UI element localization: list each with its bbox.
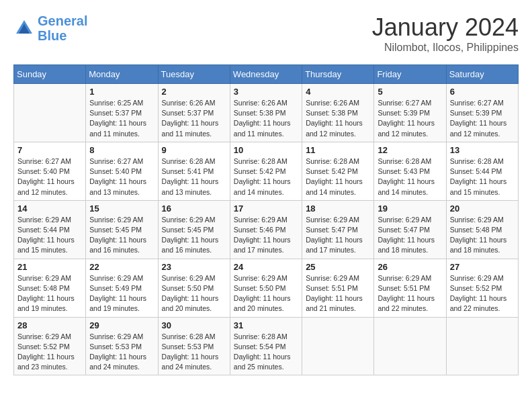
day-number: 26 — [378, 262, 442, 272]
day-info: Sunrise: 6:28 AMSunset: 5:41 PMDaylight:… — [162, 156, 226, 197]
calendar-cell: 28Sunrise: 6:29 AMSunset: 5:52 PMDayligh… — [14, 317, 86, 375]
day-number: 24 — [234, 262, 298, 272]
day-number: 27 — [450, 262, 515, 272]
calendar-cell: 7Sunrise: 6:27 AMSunset: 5:40 PMDaylight… — [14, 142, 86, 200]
day-info: Sunrise: 6:26 AMSunset: 5:38 PMDaylight:… — [234, 98, 298, 139]
location: Nilombot, Ilocos, Philippines — [372, 42, 519, 54]
day-number: 20 — [450, 203, 515, 214]
calendar-cell: 25Sunrise: 6:29 AMSunset: 5:51 PMDayligh… — [302, 259, 374, 317]
calendar-cell: 14Sunrise: 6:29 AMSunset: 5:44 PMDayligh… — [14, 200, 86, 259]
day-info: Sunrise: 6:29 AMSunset: 5:48 PMDaylight:… — [17, 273, 82, 314]
column-header-friday: Friday — [374, 65, 446, 84]
day-info: Sunrise: 6:27 AMSunset: 5:40 PMDaylight:… — [89, 156, 154, 197]
day-info: Sunrise: 6:28 AMSunset: 5:42 PMDaylight:… — [234, 156, 298, 197]
calendar-cell: 1Sunrise: 6:25 AMSunset: 5:37 PMDaylight… — [86, 84, 158, 142]
calendar-cell: 2Sunrise: 6:26 AMSunset: 5:37 PMDaylight… — [158, 84, 230, 142]
column-header-sunday: Sunday — [14, 65, 86, 84]
day-info: Sunrise: 6:29 AMSunset: 5:45 PMDaylight:… — [89, 215, 154, 256]
day-info: Sunrise: 6:29 AMSunset: 5:52 PMDaylight:… — [450, 273, 515, 314]
day-number: 1 — [89, 87, 154, 97]
day-number: 18 — [306, 203, 370, 214]
day-number: 5 — [378, 87, 442, 97]
calendar-cell: 9Sunrise: 6:28 AMSunset: 5:41 PMDaylight… — [158, 142, 230, 200]
day-number: 10 — [234, 145, 298, 155]
calendar-cell: 31Sunrise: 6:28 AMSunset: 5:54 PMDayligh… — [230, 317, 302, 375]
day-number: 2 — [162, 87, 226, 97]
logo-icon — [13, 17, 35, 39]
day-info: Sunrise: 6:29 AMSunset: 5:47 PMDaylight:… — [378, 215, 442, 256]
calendar-header-row: SundayMondayTuesdayWednesdayThursdayFrid… — [14, 65, 519, 84]
day-info: Sunrise: 6:29 AMSunset: 5:51 PMDaylight:… — [378, 273, 442, 314]
day-number: 19 — [378, 203, 442, 214]
day-number: 13 — [450, 145, 515, 155]
day-number: 14 — [17, 203, 82, 214]
calendar-week-row: 28Sunrise: 6:29 AMSunset: 5:52 PMDayligh… — [14, 317, 519, 375]
column-header-monday: Monday — [86, 65, 158, 84]
calendar-cell: 27Sunrise: 6:29 AMSunset: 5:52 PMDayligh… — [446, 259, 518, 317]
calendar-cell: 15Sunrise: 6:29 AMSunset: 5:45 PMDayligh… — [86, 200, 158, 259]
day-number: 8 — [89, 145, 154, 155]
day-number: 16 — [162, 203, 226, 214]
day-info: Sunrise: 6:29 AMSunset: 5:51 PMDaylight:… — [306, 273, 370, 314]
day-info: Sunrise: 6:29 AMSunset: 5:49 PMDaylight:… — [89, 273, 154, 314]
day-number: 30 — [162, 320, 226, 330]
calendar-cell: 17Sunrise: 6:29 AMSunset: 5:46 PMDayligh… — [230, 200, 302, 259]
logo-text: General Blue — [38, 13, 87, 43]
day-number: 21 — [17, 262, 82, 272]
logo: General Blue — [13, 13, 87, 43]
day-number: 4 — [306, 87, 370, 97]
day-info: Sunrise: 6:29 AMSunset: 5:50 PMDaylight:… — [162, 273, 226, 314]
day-info: Sunrise: 6:28 AMSunset: 5:43 PMDaylight:… — [378, 156, 442, 197]
calendar-cell: 11Sunrise: 6:28 AMSunset: 5:42 PMDayligh… — [302, 142, 374, 200]
calendar-cell — [302, 317, 374, 375]
day-info: Sunrise: 6:25 AMSunset: 5:37 PMDaylight:… — [89, 98, 154, 139]
calendar-cell: 23Sunrise: 6:29 AMSunset: 5:50 PMDayligh… — [158, 259, 230, 317]
calendar-week-row: 21Sunrise: 6:29 AMSunset: 5:48 PMDayligh… — [14, 259, 519, 317]
day-info: Sunrise: 6:28 AMSunset: 5:44 PMDaylight:… — [450, 156, 515, 197]
day-info: Sunrise: 6:29 AMSunset: 5:47 PMDaylight:… — [306, 215, 370, 256]
month-title: January 2024 — [372, 13, 519, 42]
day-number: 15 — [89, 203, 154, 214]
calendar-cell: 8Sunrise: 6:27 AMSunset: 5:40 PMDaylight… — [86, 142, 158, 200]
calendar-cell: 3Sunrise: 6:26 AMSunset: 5:38 PMDaylight… — [230, 84, 302, 142]
day-number: 28 — [17, 320, 82, 330]
calendar-cell: 24Sunrise: 6:29 AMSunset: 5:50 PMDayligh… — [230, 259, 302, 317]
day-info: Sunrise: 6:29 AMSunset: 5:50 PMDaylight:… — [234, 273, 298, 314]
calendar-cell: 4Sunrise: 6:26 AMSunset: 5:38 PMDaylight… — [302, 84, 374, 142]
day-number: 11 — [306, 145, 370, 155]
day-info: Sunrise: 6:29 AMSunset: 5:53 PMDaylight:… — [89, 332, 154, 373]
calendar-week-row: 1Sunrise: 6:25 AMSunset: 5:37 PMDaylight… — [14, 84, 519, 142]
calendar-cell: 30Sunrise: 6:28 AMSunset: 5:53 PMDayligh… — [158, 317, 230, 375]
day-info: Sunrise: 6:29 AMSunset: 5:48 PMDaylight:… — [450, 215, 515, 256]
day-info: Sunrise: 6:27 AMSunset: 5:39 PMDaylight:… — [450, 98, 515, 139]
day-info: Sunrise: 6:26 AMSunset: 5:37 PMDaylight:… — [162, 98, 226, 139]
calendar-table: SundayMondayTuesdayWednesdayThursdayFrid… — [13, 64, 519, 375]
day-number: 6 — [450, 87, 515, 97]
day-info: Sunrise: 6:26 AMSunset: 5:38 PMDaylight:… — [306, 98, 370, 139]
calendar-cell: 10Sunrise: 6:28 AMSunset: 5:42 PMDayligh… — [230, 142, 302, 200]
page-header: General Blue January 2024 Nilombot, Iloc… — [13, 13, 519, 54]
calendar-cell: 26Sunrise: 6:29 AMSunset: 5:51 PMDayligh… — [374, 259, 446, 317]
calendar-cell: 5Sunrise: 6:27 AMSunset: 5:39 PMDaylight… — [374, 84, 446, 142]
day-info: Sunrise: 6:29 AMSunset: 5:44 PMDaylight:… — [17, 215, 82, 256]
title-block: January 2024 Nilombot, Ilocos, Philippin… — [372, 13, 519, 54]
day-number: 12 — [378, 145, 442, 155]
calendar-cell: 16Sunrise: 6:29 AMSunset: 5:45 PMDayligh… — [158, 200, 230, 259]
column-header-saturday: Saturday — [446, 65, 518, 84]
day-number: 25 — [306, 262, 370, 272]
day-info: Sunrise: 6:27 AMSunset: 5:39 PMDaylight:… — [378, 98, 442, 139]
day-number: 3 — [234, 87, 298, 97]
calendar-cell: 18Sunrise: 6:29 AMSunset: 5:47 PMDayligh… — [302, 200, 374, 259]
day-number: 23 — [162, 262, 226, 272]
day-info: Sunrise: 6:29 AMSunset: 5:52 PMDaylight:… — [17, 332, 82, 373]
calendar-cell — [374, 317, 446, 375]
day-number: 31 — [234, 320, 298, 330]
day-number: 29 — [89, 320, 154, 330]
calendar-cell — [14, 84, 86, 142]
calendar-cell: 12Sunrise: 6:28 AMSunset: 5:43 PMDayligh… — [374, 142, 446, 200]
column-header-wednesday: Wednesday — [230, 65, 302, 84]
day-number: 9 — [162, 145, 226, 155]
day-info: Sunrise: 6:28 AMSunset: 5:53 PMDaylight:… — [162, 332, 226, 373]
calendar-week-row: 14Sunrise: 6:29 AMSunset: 5:44 PMDayligh… — [14, 200, 519, 259]
calendar-cell: 29Sunrise: 6:29 AMSunset: 5:53 PMDayligh… — [86, 317, 158, 375]
